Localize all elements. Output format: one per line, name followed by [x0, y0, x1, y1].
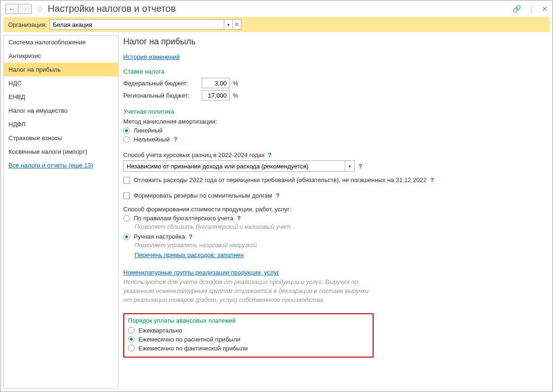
help-icon[interactable]: ?: [189, 233, 193, 240]
advance-payments-box: Порядок уплаты авансовых платежей Ежеква…: [123, 313, 374, 358]
defer-checkbox[interactable]: [123, 177, 130, 183]
sidebar-item-insurance[interactable]: Страховые взносы: [4, 131, 118, 145]
percent-sign: %: [233, 80, 238, 87]
cost-label: Способ формирования стоимости продукции,…: [123, 206, 550, 213]
help-icon[interactable]: ?: [430, 176, 434, 183]
cost-opt1-label: По правилам бухгалтерского учета: [134, 215, 233, 222]
reserves-label: Формировать резервы по сомнительным долг…: [134, 192, 272, 199]
window: ← → ☆ Настройки налогов и отчетов 🔗 ⋮ ✕ …: [0, 0, 553, 392]
advance-opt2-label: Ежемесячно по расчетной прибыли: [138, 336, 240, 343]
help-icon[interactable]: ?: [237, 215, 241, 222]
cost-opt1-hint: Позволяет сблизить бухгалтерский и налог…: [135, 224, 550, 230]
sidebar-item-property-tax[interactable]: Налог на имущество: [4, 104, 118, 117]
content: Налог на прибыль История изменений Ставк…: [123, 35, 550, 389]
policy-title: Учетная политика: [123, 108, 550, 115]
org-label: Организация:: [8, 21, 47, 28]
radio-accounting-rules[interactable]: [123, 215, 130, 222]
percent-sign: %: [233, 92, 238, 99]
org-bar: Организация: ▾ ⧉: [3, 17, 550, 32]
org-dropdown-button[interactable]: ▾: [224, 19, 233, 30]
org-open-button[interactable]: ⧉: [233, 19, 241, 30]
sidebar-item-vat[interactable]: НДС: [4, 76, 118, 90]
radio-linear[interactable]: [123, 127, 130, 134]
org-input[interactable]: [50, 19, 224, 30]
sidebar-item-envd[interactable]: ЕНВД: [4, 90, 118, 104]
star-icon[interactable]: ☆: [36, 4, 44, 14]
federal-label: Федеральный бюджет:: [123, 80, 199, 87]
help-icon[interactable]: ?: [358, 163, 362, 170]
help-icon[interactable]: ?: [268, 151, 272, 158]
help-icon[interactable]: ?: [174, 136, 178, 143]
radio-nonlinear-label: Нелинейный: [134, 136, 170, 143]
cost-opt2-label: Ручная настройка: [134, 233, 185, 240]
nomenclature-desc: Используются для учета доходов от реализ…: [123, 278, 369, 305]
sidebar-item-profit-tax[interactable]: Налог на прибыль: [4, 63, 118, 76]
amort-label: Метод начисления амортизации:: [123, 118, 550, 125]
advance-opt1-label: Ежеквартально: [138, 327, 182, 334]
sidebar: Система налогообложения Антикризис Налог…: [3, 35, 119, 389]
history-link[interactable]: История изменений: [123, 53, 180, 60]
direct-costs-link[interactable]: Перечень прямых расходов: заполнен: [135, 251, 244, 259]
more-icon[interactable]: ⋮: [528, 5, 535, 13]
cost-opt2-hint: Позволяет управлять налоговой нагрузкой: [135, 242, 550, 249]
regional-input[interactable]: [202, 90, 230, 100]
advance-opt3-label: Ежемесячно по фактической прибыли: [138, 345, 248, 352]
radio-quarterly[interactable]: [128, 327, 135, 334]
defer-label: Отложить расходы 2022 года от переоценки…: [134, 176, 426, 183]
sidebar-item-indirect[interactable]: Косвенные налоги (импорт): [4, 145, 118, 158]
radio-nonlinear[interactable]: [123, 136, 130, 143]
nomenclature-link[interactable]: Номенклатурные группы реализации продукц…: [123, 269, 279, 276]
radio-monthly-actual[interactable]: [128, 345, 135, 351]
radio-monthly-estimated[interactable]: [128, 336, 135, 342]
fx-select[interactable]: [123, 160, 345, 172]
rates-title: Ставки налога: [123, 68, 550, 75]
page-title: Настройки налогов и отчетов: [48, 3, 512, 14]
help-icon[interactable]: ?: [276, 192, 280, 199]
titlebar: ← → ☆ Настройки налогов и отчетов 🔗 ⋮ ✕: [0, 0, 553, 17]
sidebar-all-link[interactable]: Все налоги и отчеты (еще 13): [4, 158, 118, 172]
sidebar-item-ndfl[interactable]: НДФЛ: [4, 117, 118, 131]
federal-input[interactable]: [202, 78, 230, 88]
fx-label: Способ учета курсовых разниц в 2022-2024…: [123, 151, 265, 158]
radio-linear-label: Линейный: [134, 127, 162, 134]
close-icon[interactable]: ✕: [542, 5, 548, 13]
forward-button[interactable]: →: [18, 4, 32, 14]
sidebar-item-tax-system[interactable]: Система налогообложения: [4, 35, 118, 49]
content-heading: Налог на прибыль: [123, 37, 550, 47]
fx-dropdown-button[interactable]: ▾: [345, 160, 355, 172]
advance-title: Порядок уплаты авансовых платежей: [128, 317, 369, 324]
radio-manual[interactable]: [123, 234, 130, 240]
reserves-checkbox[interactable]: [123, 192, 130, 199]
sidebar-item-anticrisis[interactable]: Антикризис: [4, 49, 118, 63]
back-button[interactable]: ←: [5, 4, 18, 14]
regional-label: Региональный бюджет:: [123, 92, 199, 99]
link-icon[interactable]: 🔗: [512, 5, 521, 13]
